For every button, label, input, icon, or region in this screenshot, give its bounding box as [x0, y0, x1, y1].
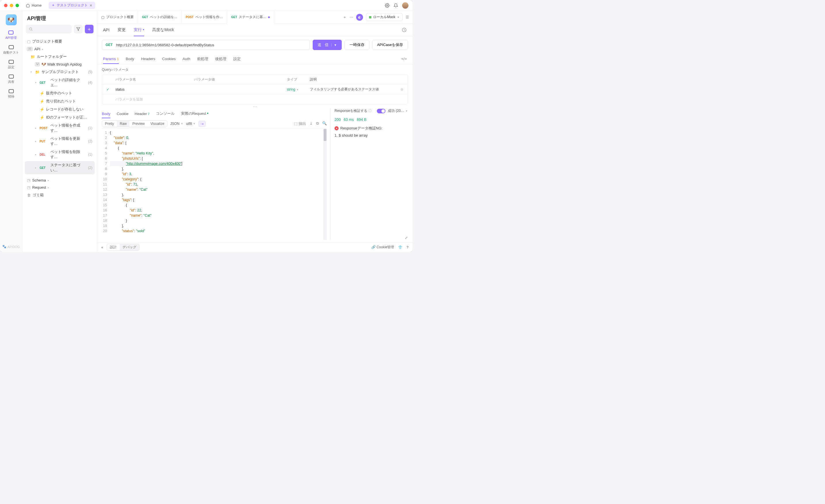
project-tab[interactable]: テストプロジェクト ✕: [49, 2, 95, 9]
code-icon[interactable]: </>: [401, 57, 407, 61]
url-input[interactable]: GET http://127.0.0.1:3658/m1/368582-0-de…: [102, 40, 310, 50]
response-stats: 200 63 ms 894 B: [334, 117, 408, 122]
tree-item[interactable]: ⚡レコードが存在しない: [25, 105, 95, 113]
search-icon: [29, 27, 33, 31]
sidebar-title: API管理: [22, 11, 97, 25]
home-label: Home: [32, 3, 42, 7]
url-value: http://127.0.0.1:3658/m1/368582-0-defaul…: [116, 43, 214, 47]
ptab-cookies[interactable]: Cookies: [162, 54, 176, 64]
validate-label: Responseを検証する: [334, 109, 367, 113]
tree-item[interactable]: ▾GETペットの詳細をクエ…(4): [25, 76, 95, 89]
copy-icon[interactable]: ⧉: [316, 121, 319, 126]
env-select[interactable]: ローカルMock▼: [366, 13, 403, 21]
run-badge[interactable]: ◐: [356, 14, 363, 21]
tree-request[interactable]: ◳Request▸: [25, 184, 95, 191]
rail-settings[interactable]: 設定: [8, 60, 14, 69]
tree-item[interactable]: ▸POSTペット情報を作成す…(1): [25, 122, 95, 135]
cookie-manage[interactable]: 🔗 Cookie管理: [371, 245, 394, 250]
extract-button[interactable]: ⬚ 抽出: [294, 121, 306, 126]
home-tab[interactable]: Home: [23, 2, 45, 9]
tree-item[interactable]: ▸PUTペット情報を更新す…(2): [25, 135, 95, 148]
tree-item[interactable]: ⚡販売中のペット: [25, 89, 95, 97]
filter-icon: [76, 27, 80, 31]
ptab-body[interactable]: Body: [126, 54, 134, 64]
tree-api-root[interactable]: 99API▸: [25, 46, 95, 53]
req-tab[interactable]: POSTペット情報を作…: [182, 11, 227, 23]
gear-icon[interactable]: [385, 3, 389, 8]
ptab-post[interactable]: 後処理: [215, 54, 226, 64]
view-mode-segment[interactable]: Pretty Raw Preview Visualize: [102, 120, 167, 127]
tree-item[interactable]: ⚡売り切れたペット: [25, 97, 95, 105]
rail-share[interactable]: 共有: [8, 74, 14, 84]
save-button[interactable]: 一時保存: [345, 40, 369, 50]
success-select[interactable]: 成功 (20…▼: [388, 109, 408, 113]
tree-walk[interactable]: M🐶 Walk through Apidog: [25, 61, 95, 68]
dirty-dot: [268, 16, 270, 18]
response-code[interactable]: 1234567891011121314151617181920 { "code"…: [102, 129, 327, 240]
bell-icon[interactable]: [393, 3, 398, 8]
rtab-console[interactable]: コンソール: [156, 109, 174, 119]
req-tab[interactable]: GETペットの詳細を…: [138, 11, 182, 23]
validate-toggle[interactable]: [377, 109, 385, 113]
ptab-auth[interactable]: Auth: [183, 54, 191, 64]
ptab-params[interactable]: Params1: [103, 54, 119, 64]
ptab-pre[interactable]: 前処理: [197, 54, 208, 64]
check-icon[interactable]: ✓: [102, 87, 114, 91]
history-icon[interactable]: [401, 27, 407, 32]
brand-footer: 🐾 APIDOG: [2, 245, 20, 248]
format-select[interactable]: JSON▼: [170, 122, 183, 126]
svg-point-1: [29, 27, 32, 30]
wrap-icon[interactable]: ⇢: [199, 121, 206, 127]
subtab-run[interactable]: 実行 •: [134, 24, 144, 36]
mode-segment[interactable]: 設計 デバッグ: [107, 244, 140, 251]
tree-schema[interactable]: ◳Schema▸: [25, 176, 95, 184]
rail-api[interactable]: API管理: [5, 30, 17, 40]
add-tab-icon[interactable]: ＋: [343, 15, 347, 20]
expand-icon[interactable]: ⤢: [334, 236, 408, 240]
traffic-lights[interactable]: [4, 4, 19, 7]
download-icon[interactable]: ⤓: [309, 121, 313, 126]
tree-overview[interactable]: ▢プロジェクト概要: [25, 38, 95, 46]
rtab-body[interactable]: Body: [102, 109, 110, 118]
ptab-settings[interactable]: 設定: [233, 54, 241, 64]
help-icon[interactable]: ?: [406, 245, 408, 249]
search-input[interactable]: [26, 25, 72, 33]
rtab-actual[interactable]: 実際のRequest•: [181, 109, 209, 119]
subtab-change[interactable]: 変更: [118, 24, 126, 36]
subtab-api[interactable]: API: [103, 24, 109, 36]
close-icon[interactable]: ✕: [89, 3, 92, 7]
sparkle-icon: [52, 4, 55, 7]
params-add-row[interactable]: パラメータを追加: [102, 94, 407, 104]
params-section-label: Queryパラメータ: [102, 67, 408, 72]
menu-icon[interactable]: ☰: [405, 15, 409, 19]
rail-autotest[interactable]: 自動テスト: [3, 45, 19, 55]
more-icon[interactable]: ⋯: [350, 15, 353, 19]
send-button[interactable]: 送 信▼: [313, 40, 342, 50]
ptab-headers[interactable]: Headers: [141, 54, 155, 64]
req-tab-active[interactable]: GETステータスに基…: [227, 11, 275, 23]
method-label: GET: [105, 43, 113, 47]
req-tab-overview[interactable]: ▢プロジェクト概要: [97, 11, 138, 23]
tshirt-icon[interactable]: 👕: [398, 245, 402, 249]
apicase-button[interactable]: APICaseを保存: [372, 40, 408, 50]
rtab-header[interactable]: Header7: [135, 109, 150, 118]
avatar[interactable]: [402, 2, 408, 9]
tree-item[interactable]: ▸DELペット情報を削除す…(1): [25, 148, 95, 161]
add-button[interactable]: ＋: [85, 25, 93, 33]
filter-button[interactable]: [74, 25, 83, 33]
scrollbar[interactable]: [323, 129, 327, 240]
tree-trash[interactable]: 🗑ゴミ箱: [25, 191, 95, 199]
subtab-mock[interactable]: 高度なMock: [152, 24, 174, 36]
rail-invite[interactable]: 招待: [8, 89, 14, 99]
tree-root-folder[interactable]: 📁ルートフォルダー: [25, 53, 95, 61]
tree-item-selected[interactable]: ▸GETステータスに基づい…(2): [25, 161, 95, 174]
collapse-icon[interactable]: «: [101, 245, 103, 249]
split-handle[interactable]: ⋯: [97, 104, 412, 109]
rtab-cookie[interactable]: Cookie: [117, 109, 128, 118]
encoding-select[interactable]: utf8▼: [186, 122, 196, 126]
remove-icon[interactable]: ⊖: [396, 87, 407, 91]
tree-item[interactable]: ⚡IDのフォーマットが正…: [25, 113, 95, 122]
search-resp-icon[interactable]: 🔍: [322, 121, 327, 126]
params-table-row[interactable]: ✓ status string ▼ フィルタリングする必要があるステータス値 ⊖: [102, 85, 407, 94]
tree-sample[interactable]: ▾📁サンプルプロジェクト(5): [25, 68, 95, 76]
